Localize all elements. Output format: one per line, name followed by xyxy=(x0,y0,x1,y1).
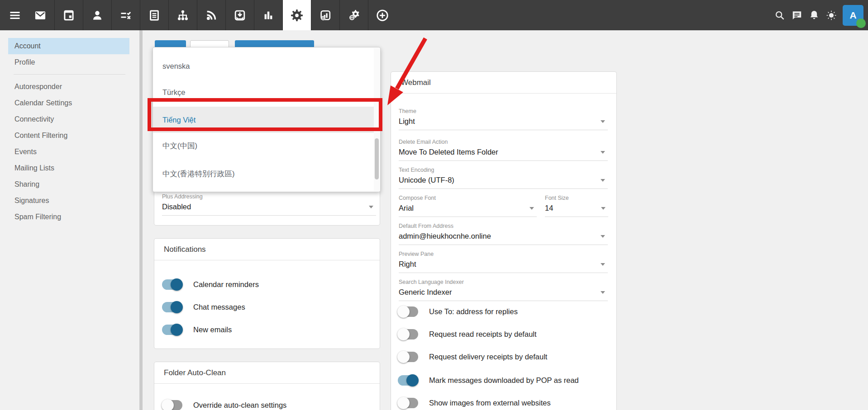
field-label: Theme xyxy=(399,108,608,115)
folder-auto-clean-card: Folder Auto-Clean Override auto-clean se… xyxy=(154,362,380,410)
sidebar-item-sharing[interactable]: Sharing xyxy=(8,176,129,193)
language-option-zh-hk[interactable]: 中文(香港特別行政區) xyxy=(153,161,374,187)
chevron-down-icon xyxy=(601,207,606,210)
sidebar-item-calendar-settings[interactable]: Calendar Settings xyxy=(8,95,129,111)
search-icon[interactable] xyxy=(771,6,788,24)
sidebar-item-spam-filtering[interactable]: Spam Filtering xyxy=(8,209,129,225)
menu-icon[interactable] xyxy=(5,0,25,30)
toggle-label: New emails xyxy=(193,325,232,334)
rss-feed-icon[interactable] xyxy=(197,0,225,30)
field-label: Preview Pane xyxy=(399,251,608,258)
toggle-label: Chat messages xyxy=(193,303,245,311)
notes-icon[interactable] xyxy=(140,0,168,30)
language-option-svenska[interactable]: svenska xyxy=(153,53,374,79)
brightness-icon[interactable] xyxy=(823,6,840,24)
settings-icon[interactable] xyxy=(282,0,311,30)
sidebar-item-connectivity[interactable]: Connectivity xyxy=(8,111,129,127)
toggle-label: Mark messages downloaded by POP as read xyxy=(429,376,579,385)
mail-icon[interactable] xyxy=(26,0,54,30)
sidebar-item-autoresponder[interactable]: Autoresponder xyxy=(8,79,129,95)
top-bar: A xyxy=(0,0,868,30)
tasks-icon[interactable] xyxy=(111,0,140,30)
search-language-indexer-field[interactable]: Search Language Indexer Generic Indexer xyxy=(399,279,608,301)
chevron-down-icon xyxy=(529,207,534,210)
chevron-down-icon xyxy=(601,235,605,238)
avatar[interactable]: A xyxy=(843,5,863,26)
calendar-icon[interactable] xyxy=(54,0,83,30)
toggle-switch[interactable] xyxy=(398,398,418,408)
toggle-switch[interactable] xyxy=(162,325,182,335)
chevron-down-icon xyxy=(601,120,605,123)
toggle-switch[interactable] xyxy=(162,400,182,410)
field-value[interactable]: Light xyxy=(399,116,608,130)
new-item-icon[interactable] xyxy=(368,0,396,30)
toggle-label: Request read receipts by default xyxy=(429,330,537,339)
toggle-switch[interactable] xyxy=(162,302,182,312)
chevron-down-icon xyxy=(601,291,605,294)
toggle-external-images: Show images from external websites xyxy=(398,396,551,410)
language-dropdown-panel: svenska Türkçe Tiếng Việt 中文(中国) 中文(香港特別… xyxy=(153,47,381,192)
toggle-switch[interactable] xyxy=(398,375,418,386)
org-chart-icon[interactable] xyxy=(168,0,197,30)
sidebar-item-profile[interactable]: Profile xyxy=(8,54,129,71)
language-option-turkce[interactable]: Türkçe xyxy=(153,79,374,105)
domain-settings-icon[interactable] xyxy=(339,0,368,30)
field-value[interactable]: Disabled xyxy=(162,202,376,216)
field-value[interactable]: Arial xyxy=(399,203,537,217)
field-value[interactable]: Unicode (UTF-8) xyxy=(399,175,608,189)
field-label: Delete Email Action xyxy=(399,139,608,146)
chat-icon[interactable] xyxy=(788,6,806,24)
sidebar-item-mailing-lists[interactable]: Mailing Lists xyxy=(8,160,129,176)
card-title: Notifications xyxy=(164,245,206,254)
field-value[interactable]: Right xyxy=(399,259,608,273)
reports-icon[interactable] xyxy=(254,0,282,30)
sidebar-item-events[interactable]: Events xyxy=(8,144,129,160)
chevron-down-icon xyxy=(369,206,373,208)
plus-addressing-field[interactable]: Plus Addressing Disabled xyxy=(162,193,376,216)
toggle-chat-messages: Chat messages xyxy=(162,300,245,314)
toggle-use-to-address: Use To: address for replies xyxy=(398,304,518,319)
field-value[interactable]: admin@hieukhocnhe.online xyxy=(399,231,608,245)
notifications-icon[interactable] xyxy=(806,6,823,24)
dropdown-scrollbar-thumb[interactable] xyxy=(375,138,379,179)
webmail-card: Webmail Theme Light Delete Email Action … xyxy=(391,71,617,410)
sidebar-item-content-filtering[interactable]: Content Filtering xyxy=(8,127,129,144)
field-label: Search Language Indexer xyxy=(399,279,608,286)
preview-pane-field[interactable]: Preview Pane Right xyxy=(399,251,608,273)
card-title-divider xyxy=(154,260,380,260)
card-title: Folder Auto-Clean xyxy=(164,368,226,377)
toggle-switch[interactable] xyxy=(398,329,418,339)
toggle-label: Show images from external websites xyxy=(429,399,551,407)
toggle-label: Calendar reminders xyxy=(193,280,259,289)
language-option-tieng-viet[interactable]: Tiếng Việt xyxy=(153,107,374,133)
card-title-divider xyxy=(391,93,616,94)
sidebar-divider xyxy=(14,74,125,75)
toggle-switch[interactable] xyxy=(162,279,182,290)
card-title: Webmail xyxy=(401,78,431,87)
field-value[interactable]: Generic Indexer xyxy=(399,287,608,301)
default-from-address-field[interactable]: Default From Address admin@hieukhocnhe.o… xyxy=(399,223,608,245)
avatar-initial: A xyxy=(849,10,856,21)
topbar-right-cluster: A xyxy=(771,0,868,30)
toggle-switch[interactable] xyxy=(398,352,418,362)
text-encoding-field[interactable]: Text Encoding Unicode (UTF-8) xyxy=(399,167,608,189)
sidebar-item-signatures[interactable]: Signatures xyxy=(8,193,129,209)
sidebar-scrollbar[interactable] xyxy=(139,30,143,410)
compose-font-field[interactable]: Compose Font Arial xyxy=(399,195,537,217)
sidebar-item-account[interactable]: Account xyxy=(8,38,129,54)
card-title-divider xyxy=(154,383,380,384)
language-option-zh-cn[interactable]: 中文(中国) xyxy=(153,133,374,159)
field-value[interactable]: 14 xyxy=(545,203,608,217)
toggle-label: Use To: address for replies xyxy=(429,307,518,316)
field-label: Plus Addressing xyxy=(162,193,376,200)
field-label: Compose Font xyxy=(399,195,537,202)
inbox-download-icon[interactable] xyxy=(225,0,254,30)
font-size-field[interactable]: Font Size 14 xyxy=(545,195,608,217)
toggle-switch[interactable] xyxy=(398,306,418,317)
app-nav xyxy=(26,0,396,30)
domain-reports-icon[interactable] xyxy=(311,0,339,30)
field-value[interactable]: Move To Deleted Items Folder xyxy=(399,147,608,161)
contacts-icon[interactable] xyxy=(83,0,111,30)
delete-email-action-field[interactable]: Delete Email Action Move To Deleted Item… xyxy=(399,139,608,161)
theme-field[interactable]: Theme Light xyxy=(399,108,608,130)
